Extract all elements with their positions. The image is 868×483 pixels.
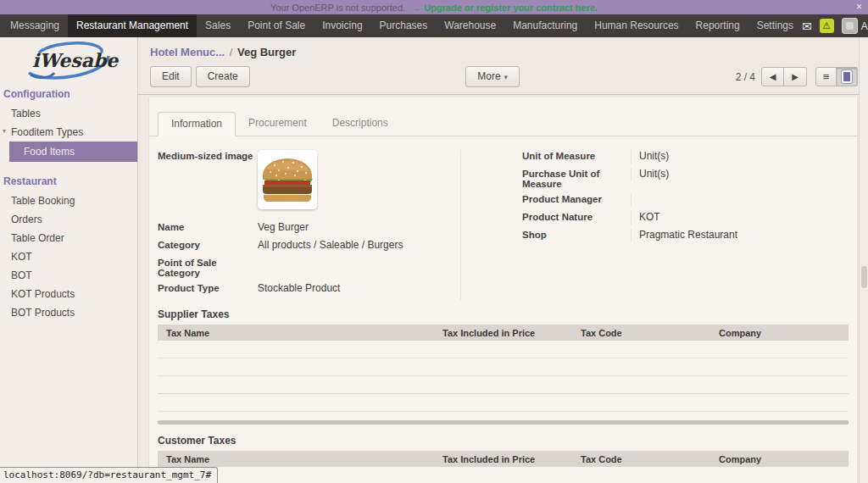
sidebar-item-label: Food Items <box>24 146 75 158</box>
column-header: Tax Code <box>572 328 710 338</box>
form-area: Medium-sized image <box>149 136 857 300</box>
tab[interactable]: Descriptions <box>320 112 401 136</box>
nav-item[interactable]: Purchases <box>371 14 437 37</box>
field-label: Point of Sale Category <box>158 257 258 278</box>
support-message: Your OpenERP is not supported. <box>270 3 405 13</box>
main-content: Hotel Menuc... / Veg Burger Edit Create … <box>138 37 868 483</box>
field-label: Category <box>158 239 258 250</box>
iwesabe-logo: iWesabe <box>0 37 137 81</box>
form-icon <box>842 70 852 83</box>
column-header: Tax Included in Price <box>434 328 572 338</box>
sidebar-item-label: Orders <box>11 214 42 225</box>
field-value[interactable]: Unit(s) <box>631 168 849 181</box>
browser-status-bar: localhost:8069/?db=restaurant_mgmt_7# <box>0 467 218 483</box>
sidebar-item[interactable]: ▾ Tables <box>0 104 137 123</box>
customer-taxes-title: Customer Taxes <box>158 426 849 451</box>
horizontal-scrollbar[interactable] <box>158 420 849 425</box>
tab[interactable]: Procurement <box>236 112 320 136</box>
customer-taxes-section: Customer Taxes Tax NameTax Included in P… <box>149 426 857 483</box>
breadcrumb: Hotel Menuc... / Veg Burger <box>138 37 868 58</box>
supplier-taxes-section: Supplier Taxes Tax NameTax Included in P… <box>149 300 857 412</box>
nav-item[interactable]: Invoicing <box>314 14 370 37</box>
form-sheet: InformationProcurementDescriptions Mediu… <box>148 97 858 483</box>
nav-item[interactable]: Reporting <box>687 14 748 37</box>
sidebar-item-label: Table Booking <box>11 195 75 207</box>
field-value[interactable]: Unit(s) <box>631 150 849 164</box>
sidebar-item[interactable]: ▾ Table Booking <box>0 192 137 210</box>
product-image[interactable] <box>258 150 317 209</box>
sidebar: iWesabe Configuration ▾ Tables ▾ Foodite… <box>0 37 138 483</box>
pager-next-button[interactable]: ▶ <box>784 67 807 86</box>
nav-item[interactable]: Point of Sale <box>239 14 314 37</box>
field-label: Shop <box>522 229 631 240</box>
warning-icon[interactable]: ⚠ <box>820 19 834 33</box>
breadcrumb-parent[interactable]: Hotel Menuc... <box>150 46 225 58</box>
field-label: Product Nature <box>522 211 631 222</box>
pager-previous-button[interactable]: ◀ <box>761 67 784 86</box>
nav-item[interactable]: Human Resources <box>586 14 687 37</box>
nav-right-icons: ✉ ⚠ Administrator ▾ <box>802 14 868 37</box>
notebook-tabs: InformationProcurementDescriptions <box>149 97 857 136</box>
form-group-right: Unit of Measure Unit(s) Purchase Unit of… <box>522 150 849 300</box>
field-value[interactable]: All products / Saleable / Burgers <box>258 239 403 251</box>
field-value <box>631 193 849 207</box>
user-menu[interactable]: Administrator ▾ <box>842 18 868 34</box>
chevron-down-icon: ▾ <box>3 127 6 135</box>
field-value: Stockable Product <box>258 282 340 294</box>
field-label: Product Manager <box>522 193 631 204</box>
column-header: Company <box>710 454 761 464</box>
nav-item[interactable]: Warehouse <box>436 14 504 37</box>
user-name: Administrator <box>861 20 868 32</box>
field-label: Product Type <box>158 282 258 293</box>
list-icon: ≡ <box>823 70 830 83</box>
list-view-button[interactable]: ≡ <box>815 67 837 86</box>
form-group-left: Medium-sized image <box>158 150 461 300</box>
form-view-button[interactable] <box>837 67 858 86</box>
sidebar-item-label: Fooditem Types <box>11 126 83 138</box>
sidebar-section-configuration: Configuration <box>0 81 137 104</box>
sidebar-item-label: KOT <box>11 251 32 263</box>
sidebar-item[interactable]: ▾ Food Items <box>9 142 137 162</box>
column-header: Tax Included in Price <box>434 454 572 464</box>
customer-taxes-header: Tax NameTax Included in PriceTax CodeCom… <box>158 451 849 467</box>
support-banner: Your OpenERP is not supported. → Upgrade… <box>0 0 868 14</box>
sidebar-item-label: KOT Products <box>11 288 75 300</box>
supplier-taxes-header: Tax NameTax Included in PriceTax CodeCom… <box>158 325 849 341</box>
column-header: Tax Code <box>572 454 710 464</box>
scrollbar-thumb[interactable] <box>861 266 867 288</box>
nav-item[interactable]: Manufacturing <box>504 14 586 37</box>
sidebar-item-label: BOT Products <box>11 307 75 319</box>
sidebar-item[interactable]: ▾ Orders <box>0 210 137 229</box>
edit-button[interactable]: Edit <box>150 66 192 87</box>
sidebar-section-restaurant: Restaurant <box>0 169 137 192</box>
field-value: KOT <box>631 211 849 225</box>
create-button[interactable]: Create <box>196 66 250 87</box>
upgrade-link[interactable]: → Upgrade or register your contract here… <box>412 3 598 13</box>
tab[interactable]: Information <box>158 112 236 136</box>
caret-down-icon: ▾ <box>504 73 509 81</box>
vertical-scrollbar[interactable] <box>859 37 868 483</box>
sidebar-item-label: Tables <box>11 108 41 119</box>
field-label: Name <box>158 221 258 232</box>
arrow-left-icon: ◀ <box>770 72 776 81</box>
sidebar-item[interactable]: ▾ Fooditem Types <box>0 123 137 142</box>
nav-item[interactable]: Restaurant Management <box>68 14 197 37</box>
table-row <box>158 394 849 412</box>
sidebar-item[interactable]: ▾ KOT <box>0 247 137 266</box>
column-header: Tax Name <box>158 454 434 464</box>
avatar <box>842 18 858 34</box>
pager-count: 2 / 4 <box>736 71 755 83</box>
nav-item[interactable]: Sales <box>197 14 239 37</box>
close-icon[interactable]: × <box>856 0 862 14</box>
more-button[interactable]: More▾ <box>465 66 520 87</box>
field-value[interactable]: Pragmatic Restaurant <box>631 229 849 242</box>
nav-item[interactable]: Settings <box>748 14 802 37</box>
sidebar-item[interactable]: ▾ KOT Products <box>0 285 137 303</box>
breadcrumb-separator: / <box>228 46 235 58</box>
mail-icon[interactable]: ✉ <box>802 20 812 32</box>
nav-item[interactable]: Messaging <box>2 14 68 37</box>
sidebar-item[interactable]: ▾ BOT Products <box>0 303 137 322</box>
page-title: Veg Burger <box>237 46 296 58</box>
sidebar-item[interactable]: ▾ BOT <box>0 266 137 285</box>
sidebar-item[interactable]: ▾ Table Order <box>0 229 137 247</box>
